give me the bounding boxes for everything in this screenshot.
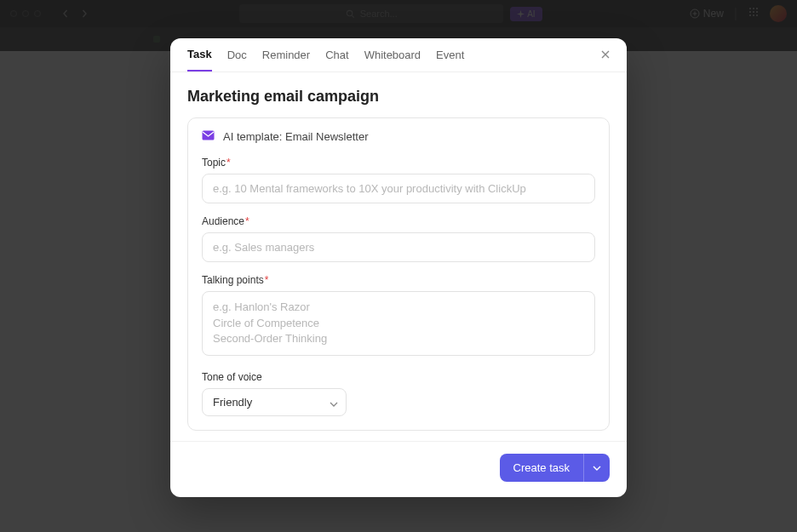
tab-task[interactable]: Task (187, 38, 212, 72)
modal-footer: Create task (170, 441, 627, 497)
modal-tabs: Task Doc Reminder Chat Whiteboard Event (170, 38, 627, 72)
close-icon (599, 49, 611, 60)
template-header: AI template: Email Newsletter (202, 130, 595, 143)
tab-reminder[interactable]: Reminder (262, 38, 310, 72)
tab-chat[interactable]: Chat (325, 38, 348, 72)
topic-label: Topic* (202, 157, 595, 169)
svg-rect-11 (203, 130, 215, 140)
template-card: AI template: Email Newsletter Topic* Aud… (187, 117, 610, 432)
create-task-button[interactable]: Create task (500, 454, 583, 482)
topic-input[interactable] (202, 174, 595, 203)
audience-label: Audience* (202, 215, 595, 227)
tone-select[interactable]: Friendly (202, 388, 347, 416)
modal-overlay: Task Doc Reminder Chat Whiteboard Event … (0, 0, 797, 532)
tab-doc[interactable]: Doc (227, 38, 247, 72)
talking-points-label: Talking points* (202, 274, 595, 286)
modal-title: Marketing email campaign (187, 88, 610, 106)
mail-icon (202, 130, 215, 143)
talking-points-input[interactable] (202, 291, 595, 357)
create-modal: Task Doc Reminder Chat Whiteboard Event … (170, 38, 627, 498)
audience-input[interactable] (202, 232, 595, 262)
tone-label: Tone of voice (202, 371, 595, 383)
create-task-dropdown[interactable] (583, 454, 610, 482)
tab-event[interactable]: Event (436, 38, 464, 72)
chevron-down-icon (593, 466, 601, 471)
close-button[interactable] (599, 49, 611, 64)
tab-whiteboard[interactable]: Whiteboard (364, 38, 421, 72)
